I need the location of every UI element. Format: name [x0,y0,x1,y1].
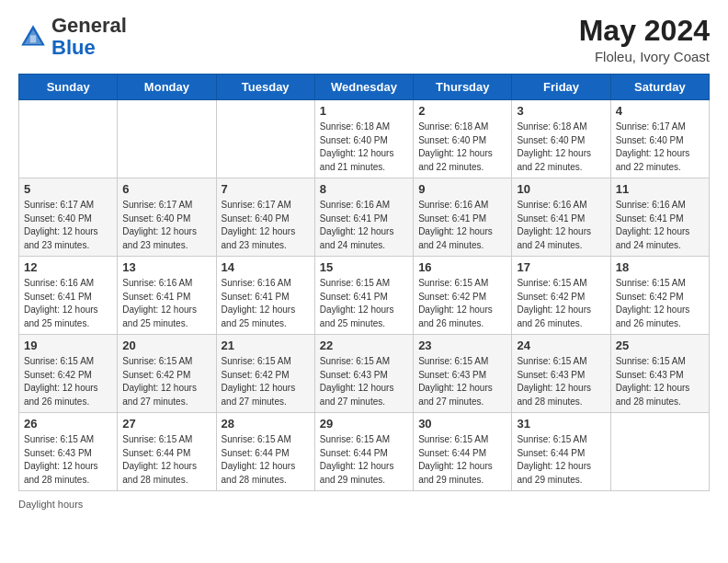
day-info: Sunrise: 6:15 AMSunset: 6:42 PMDaylight:… [122,355,210,408]
day-number: 2 [418,104,506,118]
day-info: Sunrise: 6:16 AMSunset: 6:41 PMDaylight:… [122,277,210,330]
calendar-cell: 16Sunrise: 6:15 AMSunset: 6:42 PMDayligh… [414,257,512,335]
day-info: Sunrise: 6:15 AMSunset: 6:43 PMDaylight:… [24,433,112,487]
footer: Daylight hours [18,499,710,510]
calendar-week-row: 26Sunrise: 6:15 AMSunset: 6:43 PMDayligh… [19,413,710,491]
day-number: 8 [320,182,408,196]
dow-header-wednesday: Wednesday [314,75,413,100]
calendar-cell [216,100,314,178]
dow-header-sunday: Sunday [19,75,118,100]
dow-header-saturday: Saturday [610,75,709,100]
calendar-week-row: 1Sunrise: 6:18 AMSunset: 6:40 PMDaylight… [19,100,710,178]
calendar-cell: 4Sunrise: 6:17 AMSunset: 6:40 PMDaylight… [610,100,709,178]
day-info: Sunrise: 6:15 AMSunset: 6:43 PMDaylight:… [616,355,704,408]
day-number: 3 [517,104,605,118]
day-number: 13 [122,260,210,274]
calendar-cell [19,100,118,178]
calendar-week-row: 19Sunrise: 6:15 AMSunset: 6:42 PMDayligh… [19,335,710,413]
calendar-cell: 19Sunrise: 6:15 AMSunset: 6:42 PMDayligh… [19,335,118,413]
day-number: 18 [616,260,704,274]
calendar-week-row: 5Sunrise: 6:17 AMSunset: 6:40 PMDaylight… [19,178,710,257]
day-number: 14 [222,260,310,274]
day-info: Sunrise: 6:16 AMSunset: 6:41 PMDaylight:… [418,199,506,252]
day-info: Sunrise: 6:15 AMSunset: 6:41 PMDaylight:… [320,277,408,330]
day-number: 23 [418,339,506,352]
day-number: 25 [616,339,704,352]
day-info: Sunrise: 6:15 AMSunset: 6:44 PMDaylight:… [222,433,310,487]
calendar-table: SundayMondayTuesdayWednesdayThursdayFrid… [18,74,710,491]
calendar-cell: 7Sunrise: 6:17 AMSunset: 6:40 PMDaylight… [216,178,314,257]
day-number: 1 [320,104,408,118]
day-info: Sunrise: 6:16 AMSunset: 6:41 PMDaylight:… [222,277,310,330]
calendar-cell: 1Sunrise: 6:18 AMSunset: 6:40 PMDaylight… [314,100,413,178]
daylight-label: Daylight hours [18,499,83,510]
calendar-body: 1Sunrise: 6:18 AMSunset: 6:40 PMDaylight… [19,100,710,491]
day-number: 17 [517,260,605,274]
calendar-cell: 17Sunrise: 6:15 AMSunset: 6:42 PMDayligh… [512,257,610,335]
calendar-cell: 10Sunrise: 6:16 AMSunset: 6:41 PMDayligh… [512,178,610,257]
day-number: 21 [222,339,310,352]
day-info: Sunrise: 6:17 AMSunset: 6:40 PMDaylight:… [122,199,210,252]
dow-header-thursday: Thursday [414,75,512,100]
day-info: Sunrise: 6:18 AMSunset: 6:40 PMDaylight:… [418,121,506,174]
day-info: Sunrise: 6:15 AMSunset: 6:44 PMDaylight:… [320,433,408,487]
day-number: 5 [24,182,112,196]
day-number: 10 [517,182,605,196]
day-number: 16 [418,260,506,274]
day-info: Sunrise: 6:15 AMSunset: 6:43 PMDaylight:… [517,355,605,408]
calendar-cell: 27Sunrise: 6:15 AMSunset: 6:44 PMDayligh… [118,413,216,491]
svg-rect-2 [30,36,36,43]
calendar-cell: 3Sunrise: 6:18 AMSunset: 6:40 PMDaylight… [512,100,610,178]
logo-general: General [51,14,127,37]
calendar-week-row: 12Sunrise: 6:16 AMSunset: 6:41 PMDayligh… [19,257,710,335]
day-number: 29 [320,417,408,431]
day-info: Sunrise: 6:15 AMSunset: 6:43 PMDaylight:… [320,355,408,408]
dow-header-monday: Monday [118,75,216,100]
logo-blue-text: Blue [51,36,96,59]
day-of-week-header-row: SundayMondayTuesdayWednesdayThursdayFrid… [19,75,710,100]
day-number: 12 [24,260,112,274]
header: General Blue May 2024 Floleu, Ivory Coas… [18,15,710,64]
calendar-cell: 13Sunrise: 6:16 AMSunset: 6:41 PMDayligh… [118,257,216,335]
calendar-cell: 31Sunrise: 6:15 AMSunset: 6:44 PMDayligh… [512,413,610,491]
calendar-cell: 18Sunrise: 6:15 AMSunset: 6:42 PMDayligh… [610,257,709,335]
calendar-cell: 8Sunrise: 6:16 AMSunset: 6:41 PMDaylight… [314,178,413,257]
calendar-cell: 11Sunrise: 6:16 AMSunset: 6:41 PMDayligh… [610,178,709,257]
day-info: Sunrise: 6:15 AMSunset: 6:42 PMDaylight:… [24,355,112,408]
day-number: 7 [222,182,310,196]
logo: General Blue [18,15,127,59]
day-number: 27 [122,417,210,431]
calendar-cell: 21Sunrise: 6:15 AMSunset: 6:42 PMDayligh… [216,335,314,413]
day-number: 20 [122,339,210,352]
day-number: 15 [320,260,408,274]
day-info: Sunrise: 6:15 AMSunset: 6:44 PMDaylight:… [517,433,605,487]
day-info: Sunrise: 6:17 AMSunset: 6:40 PMDaylight:… [222,199,310,252]
dow-header-tuesday: Tuesday [216,75,314,100]
calendar-cell: 6Sunrise: 6:17 AMSunset: 6:40 PMDaylight… [118,178,216,257]
day-info: Sunrise: 6:16 AMSunset: 6:41 PMDaylight:… [517,199,605,252]
calendar-cell: 28Sunrise: 6:15 AMSunset: 6:44 PMDayligh… [216,413,314,491]
calendar-cell: 24Sunrise: 6:15 AMSunset: 6:43 PMDayligh… [512,335,610,413]
calendar-cell: 5Sunrise: 6:17 AMSunset: 6:40 PMDaylight… [19,178,118,257]
day-info: Sunrise: 6:16 AMSunset: 6:41 PMDaylight:… [24,277,112,330]
calendar-cell: 20Sunrise: 6:15 AMSunset: 6:42 PMDayligh… [118,335,216,413]
day-number: 9 [418,182,506,196]
calendar-cell: 14Sunrise: 6:16 AMSunset: 6:41 PMDayligh… [216,257,314,335]
day-info: Sunrise: 6:18 AMSunset: 6:40 PMDaylight:… [517,121,605,174]
calendar-cell: 25Sunrise: 6:15 AMSunset: 6:43 PMDayligh… [610,335,709,413]
calendar-cell: 22Sunrise: 6:15 AMSunset: 6:43 PMDayligh… [314,335,413,413]
day-number: 28 [222,417,310,431]
day-number: 26 [24,417,112,431]
logo-text: General Blue [51,15,127,59]
day-info: Sunrise: 6:17 AMSunset: 6:40 PMDaylight:… [616,121,704,174]
calendar-cell: 26Sunrise: 6:15 AMSunset: 6:43 PMDayligh… [19,413,118,491]
logo-icon [18,22,48,52]
day-info: Sunrise: 6:16 AMSunset: 6:41 PMDaylight:… [320,199,408,252]
day-number: 4 [616,104,704,118]
day-info: Sunrise: 6:15 AMSunset: 6:42 PMDaylight:… [517,277,605,330]
location: Floleu, Ivory Coast [579,49,710,64]
day-number: 19 [24,339,112,352]
title-block: May 2024 Floleu, Ivory Coast [579,15,710,64]
day-number: 24 [517,339,605,352]
day-info: Sunrise: 6:16 AMSunset: 6:41 PMDaylight:… [616,199,704,252]
